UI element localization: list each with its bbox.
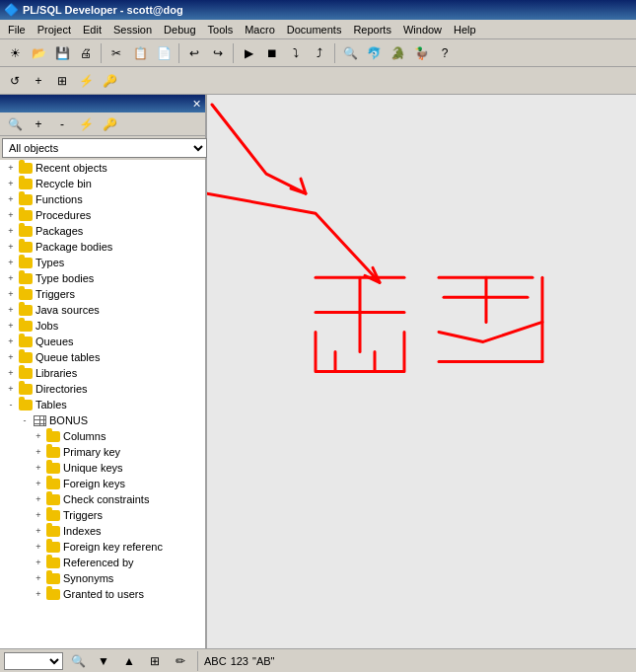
menu-edit[interactable]: Edit [77, 22, 107, 37]
tb2-btn5[interactable]: 🔑 [99, 70, 120, 92]
tb2-btn4[interactable]: ⚡ [75, 70, 97, 92]
expand-functions[interactable]: + [4, 192, 18, 206]
tree-item-queues[interactable]: + Queues [0, 334, 205, 349]
db-icon-2[interactable]: 🐊 [387, 42, 408, 64]
object-tree[interactable]: + Recent objects + Recycle bin + Functio… [0, 160, 205, 648]
tree-item-primary-key[interactable]: + Primary key [0, 444, 205, 460]
menu-macro[interactable]: Macro [239, 22, 281, 37]
menu-tools[interactable]: Tools [202, 22, 240, 37]
expand-jobs[interactable]: + [4, 319, 18, 333]
status-search-btn[interactable]: 🔍 [67, 650, 89, 672]
menu-debug[interactable]: Debug [158, 22, 201, 37]
print-button[interactable]: 🖨 [75, 42, 97, 64]
tree-item-types[interactable]: + Types [0, 255, 205, 270]
tree-item-queue-tables[interactable]: + Queue tables [0, 349, 205, 365]
redo-button[interactable]: ↪ [207, 42, 229, 64]
expand-referenced-by[interactable]: + [32, 556, 45, 569]
menu-help[interactable]: Help [448, 22, 482, 37]
expand-foreign-keys[interactable]: + [32, 477, 45, 490]
status-up-btn[interactable]: ▲ [118, 650, 140, 672]
tree-item-jobs[interactable]: + Jobs [0, 318, 205, 334]
db-icon-3[interactable]: 🦆 [410, 42, 432, 64]
status-edit-btn[interactable]: ✏ [170, 650, 191, 672]
tree-item-bonus[interactable]: - BONUS [0, 412, 205, 428]
step-button[interactable]: ⤵ [285, 42, 307, 64]
tree-item-tables[interactable]: - Tables [0, 397, 205, 412]
stepover-button[interactable]: ⤴ [309, 42, 330, 64]
expand-indexes[interactable]: + [32, 524, 45, 538]
status-dropdown[interactable] [4, 652, 63, 670]
panel-btn3[interactable]: - [51, 113, 73, 135]
tree-item-functions[interactable]: + Functions [0, 191, 205, 207]
new-button[interactable]: ☀ [4, 42, 26, 64]
expand-primary-key[interactable]: + [32, 445, 45, 459]
tree-item-unique-keys[interactable]: + Unique keys [0, 460, 205, 476]
expand-triggers-sub[interactable]: + [32, 508, 45, 522]
expand-queue-tables[interactable]: + [4, 350, 18, 364]
tree-item-granted-to-users[interactable]: + Granted to users [0, 586, 205, 602]
tree-item-directories[interactable]: + Directories [0, 381, 205, 397]
menu-window[interactable]: Window [397, 22, 448, 37]
tree-item-java-sources[interactable]: + Java sources [0, 302, 205, 318]
panel-btn4[interactable]: ⚡ [75, 113, 97, 135]
tree-item-libraries[interactable]: + Libraries [0, 365, 205, 381]
expand-directories[interactable]: + [4, 382, 18, 396]
db-icon-1[interactable]: 🐬 [363, 42, 385, 64]
tree-item-foreign-keys[interactable]: + Foreign keys [0, 476, 205, 491]
cut-button[interactable]: ✂ [106, 42, 127, 64]
menu-project[interactable]: Project [32, 22, 77, 37]
expand-recycle-bin[interactable]: + [4, 177, 18, 190]
panel-btn2[interactable]: + [28, 113, 49, 135]
tree-item-referenced-by[interactable]: + Referenced by [0, 555, 205, 570]
expand-synonyms[interactable]: + [32, 571, 45, 585]
expand-unique-keys[interactable]: + [32, 461, 45, 475]
status-grid-btn[interactable]: ⊞ [144, 650, 166, 672]
tree-item-type-bodies[interactable]: + Type bodies [0, 270, 205, 286]
panel-btn5[interactable]: 🔑 [99, 113, 120, 135]
tb2-btn1[interactable]: ↺ [4, 70, 26, 92]
tb2-btn3[interactable]: ⊞ [51, 70, 73, 92]
status-down-btn[interactable]: ▼ [93, 650, 114, 672]
panel-close-button[interactable]: ✕ [192, 98, 201, 111]
expand-check-constraints[interactable]: + [32, 492, 45, 506]
tree-item-columns[interactable]: + Columns [0, 428, 205, 444]
help-button[interactable]: ? [434, 42, 456, 64]
open-button[interactable]: 📂 [28, 42, 49, 64]
save-button[interactable]: 💾 [51, 42, 73, 64]
tree-item-package-bodies[interactable]: + Package bodies [0, 239, 205, 255]
expand-recent-objects[interactable]: + [4, 161, 18, 175]
tree-item-check-constraints[interactable]: + Check constraints [0, 491, 205, 507]
tree-item-foreign-key-refs[interactable]: + Foreign key referenc [0, 539, 205, 555]
panel-refresh-btn[interactable]: 🔍 [4, 113, 26, 135]
expand-procedures[interactable]: + [4, 208, 18, 222]
expand-packages[interactable]: + [4, 224, 18, 238]
tree-item-indexes[interactable]: + Indexes [0, 523, 205, 539]
menu-documents[interactable]: Documents [281, 22, 348, 37]
expand-java-sources[interactable]: + [4, 303, 18, 317]
paste-button[interactable]: 📄 [153, 42, 175, 64]
tree-item-procedures[interactable]: + Procedures [0, 207, 205, 223]
tree-item-triggers-sub[interactable]: + Triggers [0, 507, 205, 523]
expand-package-bodies[interactable]: + [4, 240, 18, 254]
execute-button[interactable]: ▶ [238, 42, 259, 64]
menu-session[interactable]: Session [107, 22, 158, 37]
menu-reports[interactable]: Reports [347, 22, 397, 37]
menu-file[interactable]: File [2, 22, 32, 37]
expand-foreign-key-refs[interactable]: + [32, 540, 45, 554]
find-button[interactable]: 🔍 [339, 42, 361, 64]
tree-item-recycle-bin[interactable]: + Recycle bin [0, 176, 205, 191]
tree-item-recent-objects[interactable]: + Recent objects [0, 160, 205, 176]
expand-queues[interactable]: + [4, 335, 18, 348]
expand-bonus[interactable]: - [18, 413, 32, 427]
stop-button[interactable]: ⏹ [261, 42, 283, 64]
copy-button[interactable]: 📋 [129, 42, 151, 64]
expand-types[interactable]: + [4, 256, 18, 269]
object-type-dropdown[interactable]: All objects My objects Other objects [2, 138, 207, 158]
expand-granted-to-users[interactable]: + [32, 587, 45, 601]
expand-type-bodies[interactable]: + [4, 271, 18, 285]
tree-item-synonyms[interactable]: + Synonyms [0, 570, 205, 586]
tree-item-packages[interactable]: + Packages [0, 223, 205, 239]
expand-columns[interactable]: + [32, 429, 45, 443]
tb2-btn2[interactable]: + [28, 70, 49, 92]
undo-button[interactable]: ↩ [183, 42, 205, 64]
